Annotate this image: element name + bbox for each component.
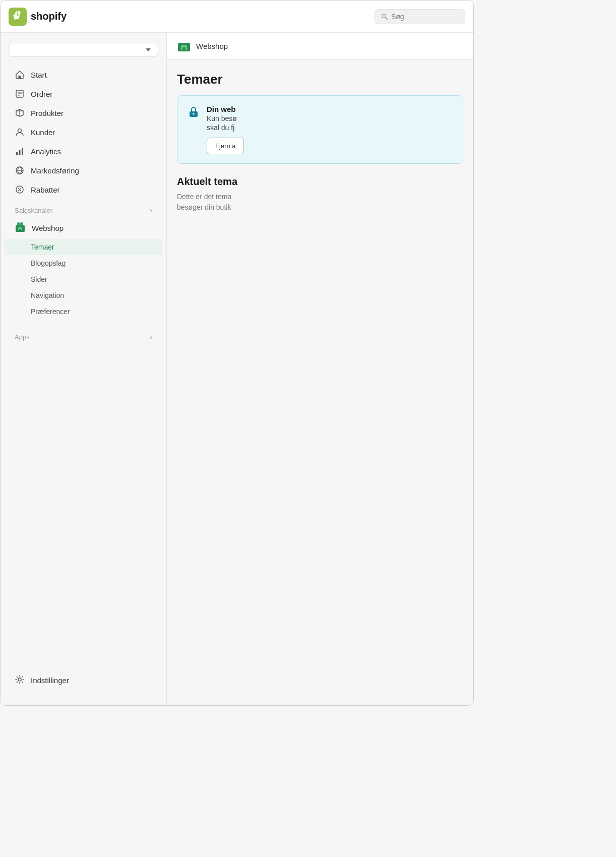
svg-rect-24 bbox=[19, 229, 21, 230]
fjern-button[interactable]: Fjern a bbox=[207, 138, 244, 154]
products-icon bbox=[15, 108, 25, 118]
sidebar-subitem-blogopslag[interactable]: Blogopslag bbox=[5, 255, 162, 271]
lock-icon bbox=[188, 106, 200, 121]
sidebar-item-kunder[interactable]: Kunder bbox=[5, 123, 162, 142]
produkter-label: Produkter bbox=[31, 109, 64, 117]
svg-rect-3 bbox=[19, 76, 21, 79]
discounts-icon bbox=[15, 185, 25, 195]
customers-icon bbox=[15, 127, 25, 137]
praeferencer-label: Præferencer bbox=[31, 308, 70, 316]
sidebar-subitem-sider[interactable]: Sider bbox=[5, 271, 162, 287]
info-card-subtitle2: skal du fj bbox=[207, 124, 453, 132]
apps-section: Apps › bbox=[5, 326, 162, 344]
salgskanaler-chevron-icon[interactable]: › bbox=[150, 206, 152, 214]
current-theme-title: Aktuelt tema bbox=[177, 176, 463, 188]
analytics-label: Analytics bbox=[31, 147, 61, 156]
content-body: Temaer Din web Kun besø skal du fj Fjern… bbox=[167, 59, 473, 225]
sidebar-item-markedsforing[interactable]: Markedsføring bbox=[5, 161, 162, 180]
svg-rect-28 bbox=[182, 47, 186, 50]
svg-point-10 bbox=[18, 129, 22, 133]
sider-label: Sider bbox=[31, 275, 47, 283]
analytics-icon bbox=[15, 146, 25, 156]
temaer-label: Temaer bbox=[31, 243, 54, 251]
shopify-logo-icon bbox=[9, 8, 27, 26]
start-label: Start bbox=[31, 71, 47, 79]
sidebar: Start Ordrer Produkter bbox=[1, 33, 167, 705]
main-layout: Start Ordrer Produkter bbox=[1, 33, 473, 705]
sidebar-item-produkter[interactable]: Produkter bbox=[5, 103, 162, 123]
info-card-text: Din web Kun besø skal du fj Fjern a bbox=[207, 105, 453, 154]
svg-point-18 bbox=[18, 188, 19, 189]
salgskanaler-section: Salgskanaler › bbox=[5, 199, 162, 217]
settings-icon bbox=[15, 675, 25, 686]
svg-line-2 bbox=[386, 17, 387, 19]
app-header: shopify bbox=[1, 1, 473, 33]
current-theme-desc-line1: Dette er det tema bbox=[177, 192, 463, 202]
page-title: Temaer bbox=[177, 72, 463, 87]
svg-rect-12 bbox=[19, 150, 21, 155]
breadcrumb-webshop-icon bbox=[177, 39, 191, 53]
sidebar-subitem-praeferencer[interactable]: Præferencer bbox=[5, 303, 162, 320]
home-icon bbox=[15, 70, 25, 80]
info-card: Din web Kun besø skal du fj Fjern a bbox=[177, 95, 463, 164]
svg-point-25 bbox=[18, 678, 21, 681]
store-selector[interactable] bbox=[9, 43, 158, 57]
sidebar-item-ordrer[interactable]: Ordrer bbox=[5, 84, 162, 103]
current-theme-section: Aktuelt tema Dette er det tema besøger d… bbox=[177, 176, 463, 213]
apps-chevron-icon[interactable]: › bbox=[150, 333, 152, 341]
chevron-down-icon bbox=[146, 48, 151, 51]
content-area: Webshop Temaer Din web Kun besø skal du … bbox=[167, 33, 473, 705]
sidebar-item-analytics[interactable]: Analytics bbox=[5, 142, 162, 161]
svg-rect-11 bbox=[16, 152, 18, 155]
search-input[interactable] bbox=[391, 13, 459, 21]
sidebar-item-webshop[interactable]: Webshop bbox=[5, 217, 162, 239]
sidebar-subitem-temaer[interactable]: Temaer bbox=[5, 239, 162, 255]
info-card-subtitle1: Kun besø bbox=[207, 114, 453, 123]
current-theme-desc-line2: besøger din butik bbox=[177, 202, 463, 213]
svg-rect-13 bbox=[22, 148, 23, 155]
svg-point-19 bbox=[20, 190, 21, 191]
navigation-label: Navigation bbox=[31, 291, 64, 299]
salgskanaler-label: Salgskanaler bbox=[15, 207, 52, 214]
svg-point-30 bbox=[193, 113, 195, 115]
search-icon bbox=[381, 13, 388, 21]
webshop-icon bbox=[15, 222, 26, 234]
sidebar-item-indstillinger[interactable]: Indstillinger bbox=[5, 669, 162, 691]
indstillinger-label: Indstillinger bbox=[31, 676, 69, 685]
rabatter-label: Rabatter bbox=[31, 186, 60, 194]
markedsforing-label: Markedsføring bbox=[31, 166, 79, 175]
kunder-label: Kunder bbox=[31, 128, 55, 137]
search-box[interactable] bbox=[375, 9, 465, 24]
orders-icon bbox=[15, 89, 25, 99]
webshop-label: Webshop bbox=[32, 224, 64, 232]
blogopslag-label: Blogopslag bbox=[31, 259, 66, 267]
logo-area: shopify bbox=[9, 8, 67, 26]
breadcrumb-label: Webshop bbox=[196, 42, 228, 50]
sidebar-item-start[interactable]: Start bbox=[5, 65, 162, 84]
ordrer-label: Ordrer bbox=[31, 90, 52, 98]
marketing-icon bbox=[15, 165, 25, 175]
svg-rect-21 bbox=[17, 223, 23, 225]
content-breadcrumb: Webshop bbox=[167, 33, 473, 59]
sidebar-item-rabatter[interactable]: Rabatter bbox=[5, 180, 162, 199]
shopify-text: shopify bbox=[31, 11, 67, 22]
apps-label: Apps bbox=[15, 333, 30, 341]
sidebar-subitem-navigation[interactable]: Navigation bbox=[5, 287, 162, 303]
bottom-nav: Indstillinger bbox=[1, 669, 166, 699]
info-card-title: Din web bbox=[207, 105, 453, 113]
